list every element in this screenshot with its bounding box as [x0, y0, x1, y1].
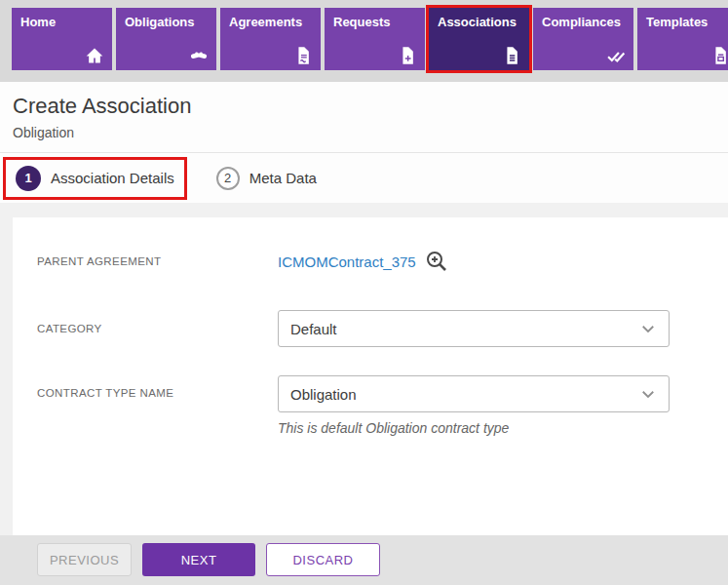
previous-button[interactable]: PREVIOUS: [37, 543, 132, 576]
page-header: Create Association Obligation: [0, 82, 728, 153]
step-association-details[interactable]: 1 Association Details: [3, 157, 187, 200]
tab-associations[interactable]: Associations: [429, 8, 529, 70]
contract-type-name-label: CONTRACT TYPE NAME: [37, 387, 278, 399]
handshake-icon: [189, 46, 209, 65]
step-meta-data[interactable]: 2 Meta Data: [216, 167, 317, 190]
step-2-label: Meta Data: [249, 170, 317, 186]
step-1-number: 1: [16, 166, 41, 191]
contract-type-select[interactable]: Obligation: [278, 375, 670, 412]
chevron-down-icon: [639, 385, 657, 403]
file-lines-icon: [502, 46, 521, 65]
check-double-icon: [606, 46, 626, 65]
category-label: CATEGORY: [37, 323, 278, 334]
tab-agreements-label: Agreements: [220, 8, 321, 29]
file-signature-icon: [293, 46, 313, 65]
tab-home[interactable]: Home: [12, 8, 112, 70]
parent-agreement-link[interactable]: ICMOMContract_375: [278, 254, 416, 270]
zoom-in-icon[interactable]: [425, 250, 448, 273]
contract-type-select-value: Obligation: [290, 386, 639, 403]
tab-templates[interactable]: Templates: [637, 8, 728, 70]
page-title: Create Association: [13, 94, 728, 119]
tab-templates-label: Templates: [637, 8, 728, 29]
next-button[interactable]: NEXT: [142, 543, 255, 576]
home-icon: [85, 46, 104, 65]
wizard-stepper: 1 Association Details 2 Meta Data: [0, 153, 728, 203]
discard-button[interactable]: DISCARD: [266, 543, 380, 576]
main-content: PARENT AGREEMENT ICMOMContract_375 CATEG…: [0, 203, 728, 535]
top-navigation: Home Obligations Agreements Requests: [0, 0, 728, 82]
field-contract-type-name: CONTRACT TYPE NAME Obligation This is de…: [13, 375, 728, 436]
step-2-number: 2: [216, 167, 240, 190]
field-parent-agreement: PARENT AGREEMENT ICMOMContract_375: [13, 247, 728, 276]
category-select-value: Default: [290, 321, 639, 337]
tab-requests[interactable]: Requests: [325, 8, 425, 70]
file-plus-icon: [398, 46, 417, 65]
tab-compliances[interactable]: Compliances: [533, 8, 633, 70]
tab-obligations[interactable]: Obligations: [116, 8, 216, 70]
tab-home-label: Home: [12, 8, 112, 29]
field-category: CATEGORY Default: [13, 310, 728, 347]
page-subtitle: Obligation: [13, 125, 728, 140]
tab-associations-label: Associations: [429, 8, 529, 29]
step-1-label: Association Details: [51, 170, 174, 186]
parent-agreement-label: PARENT AGREEMENT: [37, 255, 278, 267]
footer-action-bar: PREVIOUS NEXT DISCARD: [0, 535, 728, 585]
file-invoice-icon: [710, 46, 728, 65]
chevron-down-icon: [639, 320, 657, 337]
category-select[interactable]: Default: [278, 310, 670, 347]
tab-compliances-label: Compliances: [533, 8, 633, 29]
tab-agreements[interactable]: Agreements: [220, 8, 321, 70]
contract-type-helper-text: This is default Obligation contract type: [278, 420, 670, 436]
form-panel: PARENT AGREEMENT ICMOMContract_375 CATEG…: [13, 217, 728, 535]
tab-requests-label: Requests: [325, 8, 425, 29]
tab-obligations-label: Obligations: [116, 8, 216, 29]
